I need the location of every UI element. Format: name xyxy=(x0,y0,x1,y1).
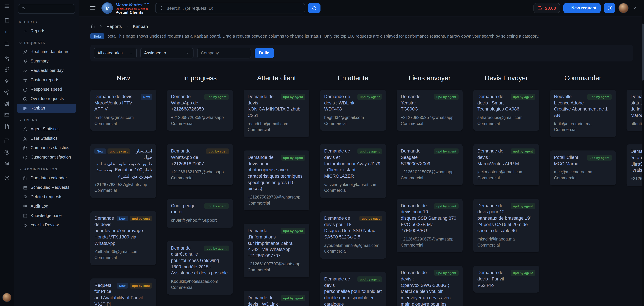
kanban-card[interactable]: upd by agentDemande d'informations sur l… xyxy=(244,224,310,278)
status-badge: upd by agent xyxy=(358,94,382,100)
sidebar-item-overdue-requests[interactable]: Overdue requests xyxy=(17,94,76,104)
calendar-icon[interactable] xyxy=(4,41,10,46)
kanban-card[interactable]: upd by agentDemande de devis : KONICA MI… xyxy=(244,90,310,137)
kanban-card[interactable]: upd by agentDemande de devis : Fanvil V6… xyxy=(473,266,539,293)
sidebar-item-audit-log[interactable]: Audit Log xyxy=(17,202,76,211)
balance-chip[interactable]: $0.00 xyxy=(534,3,560,13)
zap-icon[interactable] xyxy=(4,78,10,84)
kanban-card[interactable]: NewDemande de devis : MarocVentes IPTV A… xyxy=(90,90,156,131)
bank-icon[interactable] xyxy=(4,161,10,166)
sidebar-item-label: Summary xyxy=(30,59,48,64)
menu-icon[interactable] xyxy=(89,5,96,12)
kanban-card[interactable]: upd by custDemande WhatsApp de +21266182… xyxy=(167,144,233,186)
global-search-input[interactable] xyxy=(167,6,301,10)
card-contact: rochdi.bo@gmail.com xyxy=(248,122,288,126)
card-category: Commercial xyxy=(554,128,576,132)
sidebar-item-companies-statistics[interactable]: Companies statistics xyxy=(17,144,76,152)
menu-icon[interactable] xyxy=(4,3,10,9)
user-avatar[interactable] xyxy=(618,3,628,13)
megaphone-icon[interactable] xyxy=(4,101,10,106)
sidebar-search-input[interactable] xyxy=(28,6,72,11)
rail-avatar[interactable] xyxy=(2,293,12,302)
sidebar-item-agent-statistics[interactable]: Agent Statistics xyxy=(17,124,76,134)
refresh-button[interactable] xyxy=(308,3,320,13)
sidebar-search[interactable] xyxy=(18,4,75,14)
sidebar-item-deleted-requests[interactable]: Deleted requests xyxy=(17,192,76,202)
dollar-icon[interactable] xyxy=(4,150,10,155)
status-badge: upd by agent xyxy=(358,149,382,154)
category-select[interactable]: All categories xyxy=(94,48,137,58)
kanban-card[interactable]: upd by agentConfig edge routercn8ar@yaho… xyxy=(167,199,233,228)
sidebar-item-label: Year In Review xyxy=(30,223,58,228)
kanban-card[interactable]: upd by agentDemande Yeastar TG800G+21270… xyxy=(397,90,462,131)
home-icon[interactable] xyxy=(90,24,96,29)
scrollbar-thumb[interactable] xyxy=(642,24,644,80)
build-button[interactable]: Build xyxy=(255,48,274,58)
settings-button[interactable] xyxy=(604,3,615,13)
mail-icon[interactable] xyxy=(4,112,10,118)
scrollbar[interactable] xyxy=(642,0,644,306)
kanban-card[interactable]: Newupd by custDemande de devis pour levi… xyxy=(90,211,156,265)
new-request-button[interactable]: + New request xyxy=(563,3,601,13)
sidebar-item-requests-per-day[interactable]: Requests per day xyxy=(17,66,76,75)
card-contact: ayoubalahmini99@gmail.com xyxy=(324,243,379,248)
link-icon[interactable] xyxy=(4,66,10,72)
kanban-card[interactable]: upd by agentDemande de devis : WDLink WD… xyxy=(244,291,310,306)
logo[interactable]: V MarocVentesSARL LES MEILLEURS PRIX AU … xyxy=(102,2,150,14)
sidebar-section-administration[interactable]: ADMINISTRATION xyxy=(14,162,79,173)
kanban-card[interactable]: upd by agentDemande de devis pour 12 pan… xyxy=(473,199,539,252)
assigned-to-select[interactable]: Assigned to xyxy=(140,48,194,58)
sidebar-item-user-statistics[interactable]: User Statistics xyxy=(17,134,76,143)
sidebar-item-response-speed[interactable]: Response speed xyxy=(17,85,76,94)
card-category: Commercial xyxy=(401,121,423,126)
sidebar-item-due-dates-calendar[interactable]: Due dates calendar xyxy=(17,174,76,183)
kanban-card[interactable]: upd by agentDemande Seagate ST6000VX009+… xyxy=(397,144,462,186)
topbar: V MarocVentesSARL LES MEILLEURS PRIX AU … xyxy=(79,0,644,16)
sidebar-item-year-in-review[interactable]: Year In Review xyxy=(17,221,76,230)
kanban-card[interactable]: upd by agentDemande de devis pour 10 dis… xyxy=(397,199,462,252)
chevron-down-icon[interactable] xyxy=(632,6,636,10)
kanban-card[interactable]: upd by agentDemande de devis : WDLink WD… xyxy=(320,90,386,131)
sidebar-item-scheduled-requests[interactable]: Scheduled Requests xyxy=(17,183,76,192)
kanban-card[interactable]: upd by agentDemande de devis : Smart Tec… xyxy=(473,90,539,131)
breadcrumb-reports[interactable]: Reports xyxy=(106,24,122,29)
kanban-card[interactable]: upd by agentNouvelle Licence Adobe Creat… xyxy=(550,90,616,137)
book-icon[interactable] xyxy=(4,18,10,24)
kanban-card[interactable]: upd by agentDemande d'arrêt d'huile pour… xyxy=(167,241,233,295)
box-icon[interactable] xyxy=(4,138,10,144)
kanban-card[interactable]: upd by agentDemande de devis et facturat… xyxy=(320,144,386,198)
card-category: Commercial xyxy=(171,176,193,180)
kanban-card[interactable]: upd by agentDemande de devis : MarocVent… xyxy=(473,144,539,186)
sidebar-item-kanban[interactable]: Kanban xyxy=(17,104,76,113)
status-badge: upd by agent xyxy=(204,94,229,100)
kanban-card[interactable]: upd by agentDemande WhatsApp de +2126687… xyxy=(167,90,233,131)
global-search[interactable] xyxy=(155,3,305,14)
share-icon[interactable] xyxy=(4,89,10,95)
kanban-card[interactable]: upd by agentDemande un écran UltraSharp … xyxy=(626,144,644,186)
sidebar-item-label: Overdue requests xyxy=(30,96,64,102)
kanban-card[interactable]: upd by agentPotail Client MCC Marocmcc@m… xyxy=(550,150,616,186)
file-icon[interactable] xyxy=(4,124,10,129)
sidebar-item-summary[interactable]: Summary xyxy=(17,57,76,66)
chart-icon[interactable] xyxy=(4,29,10,35)
sidebar-item-customer-satisfaction[interactable]: Customer satisfaction xyxy=(17,153,76,162)
kanban-card[interactable]: upd by agentDemande de devis personnalis… xyxy=(320,272,386,306)
kanban-card[interactable]: upd by agentDemande de devis pour photoc… xyxy=(244,150,310,210)
sidebar-section-users[interactable]: USERS xyxy=(14,113,79,124)
sparkles-icon[interactable] xyxy=(4,55,10,61)
sidebar-item-custom-reports[interactable]: Custom reports xyxy=(17,76,76,85)
kanban-card[interactable]: upd by agentDemande statut et mode de la… xyxy=(626,90,644,131)
card-category: Commercial xyxy=(94,121,117,126)
sidebar-item-knowledge-base[interactable]: Knowledge base xyxy=(17,211,76,220)
sidebar-section-requests[interactable]: REQUESTS xyxy=(14,36,79,47)
sidebar-item-reports[interactable]: Reports xyxy=(17,26,76,36)
kanban-card[interactable]: Newupd by custاستفسار حول ظهور خطوط ملون… xyxy=(90,144,156,198)
kanban-card[interactable]: Newupd by custRequest for Price and Avai… xyxy=(90,278,156,306)
kanban-card[interactable]: upd by custDemande de devis pour 18 Disq… xyxy=(320,211,386,259)
logo-suffix: SARL xyxy=(143,2,150,4)
sidebar-item-real-time-dashboard[interactable]: Real-time dashboard xyxy=(17,47,76,56)
gear-icon[interactable] xyxy=(4,175,10,181)
company-input[interactable] xyxy=(197,48,251,58)
card-contact: Kboukil@hotelsatlas.com xyxy=(171,279,218,284)
kanban-card[interactable]: upd by agentDemande de devis : OpenVox S… xyxy=(397,266,462,306)
